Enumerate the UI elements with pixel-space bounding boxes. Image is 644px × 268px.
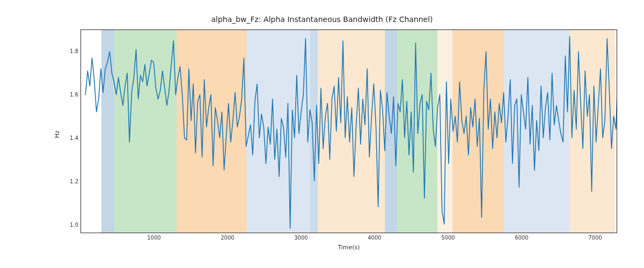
y-tick-label: 1.8 xyxy=(57,48,78,54)
x-tick-label: 4000 xyxy=(358,235,391,241)
y-tick-label: 1.2 xyxy=(57,178,78,184)
x-axis-label: Time(s) xyxy=(80,244,617,251)
x-tick-mark xyxy=(302,233,302,233)
y-tick-label: 1.4 xyxy=(57,135,78,141)
x-tick-mark xyxy=(449,233,449,233)
x-tick-mark xyxy=(375,233,376,233)
x-tick-label: 5000 xyxy=(432,235,464,241)
x-tick-label: 6000 xyxy=(506,235,538,241)
x-tick-mark xyxy=(155,233,155,233)
x-tick-label: 7000 xyxy=(579,235,611,241)
x-tick-label: 3000 xyxy=(285,235,317,241)
x-tick-mark xyxy=(228,233,229,233)
y-tick-mark xyxy=(80,138,81,139)
y-tick-label: 1.6 xyxy=(57,92,78,98)
x-tick-mark xyxy=(596,233,596,233)
x-tick-label: 2000 xyxy=(211,235,244,241)
y-tick-mark xyxy=(80,182,81,182)
plot-area xyxy=(80,29,617,233)
y-axis-label: Hz xyxy=(52,0,62,268)
y-tick-mark xyxy=(80,51,81,52)
y-tick-mark xyxy=(80,95,81,95)
chart-title: alpha_bw_Fz: Alpha Instantaneous Bandwid… xyxy=(0,15,644,24)
x-tick-label: 1000 xyxy=(138,235,170,241)
y-tick-mark xyxy=(80,225,81,226)
y-tick-label: 1.0 xyxy=(57,221,78,227)
line-series xyxy=(81,30,617,233)
x-tick-mark xyxy=(522,233,523,233)
figure: alpha_bw_Fz: Alpha Instantaneous Bandwid… xyxy=(0,0,644,268)
